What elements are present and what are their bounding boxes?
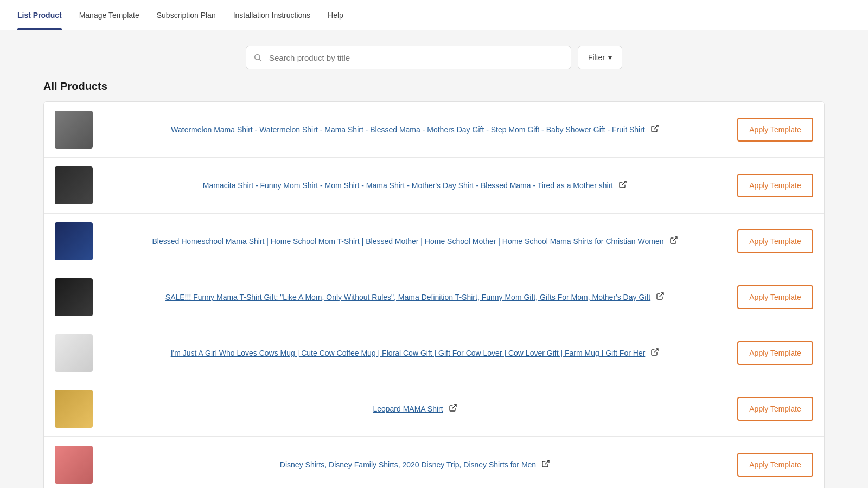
search-input[interactable] xyxy=(246,46,571,69)
product-title-area: I'm Just A Girl Who Loves Cows Mug | Cut… xyxy=(101,348,729,359)
product-title[interactable]: Disney Shirts, Disney Family Shirts, 202… xyxy=(280,459,536,471)
product-title[interactable]: Watermelon Mama Shirt - Watermelon Shirt… xyxy=(171,124,644,136)
product-title[interactable]: Blessed Homeschool Mama Shirt | Home Sch… xyxy=(152,236,663,247)
table-row: Leopard MAMA Shirt Apply Template xyxy=(44,381,824,437)
search-wrapper xyxy=(246,46,571,69)
search-section: Filter ▾ xyxy=(0,30,868,80)
product-thumbnail xyxy=(55,446,93,484)
product-list: Watermelon Mama Shirt - Watermelon Shirt… xyxy=(43,101,825,488)
table-row: I'm Just A Girl Who Loves Cows Mug | Cut… xyxy=(44,325,824,381)
product-title-area: Mamacita Shirt - Funny Mom Shirt - Mom S… xyxy=(101,180,729,191)
apply-template-button[interactable]: Apply Template xyxy=(737,397,813,421)
table-row: Blessed Homeschool Mama Shirt | Home Sch… xyxy=(44,214,824,269)
nav-help[interactable]: Help xyxy=(328,1,343,29)
main-content: All Products Watermelon Mama Shirt - Wat… xyxy=(0,80,868,488)
search-icon xyxy=(253,53,262,62)
product-title[interactable]: I'm Just A Girl Who Loves Cows Mug | Cut… xyxy=(171,348,646,359)
product-title-area: Disney Shirts, Disney Family Shirts, 202… xyxy=(101,459,729,471)
svg-point-0 xyxy=(255,55,260,60)
nav-manage-template[interactable]: Manage Template xyxy=(79,1,139,29)
nav-list-product[interactable]: List Product xyxy=(17,1,62,29)
product-title-area: Blessed Homeschool Mama Shirt | Home Sch… xyxy=(101,236,729,247)
navigation: List Product Manage Template Subscriptio… xyxy=(0,0,868,30)
external-link-icon[interactable] xyxy=(449,403,457,414)
svg-line-1 xyxy=(259,59,261,61)
apply-template-button[interactable]: Apply Template xyxy=(737,453,813,477)
apply-template-button[interactable]: Apply Template xyxy=(737,285,813,309)
product-title[interactable]: Leopard MAMA Shirt xyxy=(373,403,443,415)
external-link-icon[interactable] xyxy=(656,292,665,303)
product-title[interactable]: SALE!!! Funny Mama T-Shirt Gift: "Like A… xyxy=(165,292,650,303)
product-thumbnail xyxy=(55,166,93,204)
table-row: Mamacita Shirt - Funny Mom Shirt - Mom S… xyxy=(44,158,824,214)
product-title-area: Leopard MAMA Shirt xyxy=(101,403,729,415)
svg-line-5 xyxy=(660,293,663,297)
product-thumbnail xyxy=(55,111,93,149)
external-link-icon[interactable] xyxy=(650,348,659,358)
apply-template-button[interactable]: Apply Template xyxy=(737,229,813,253)
apply-template-button[interactable]: Apply Template xyxy=(737,174,813,197)
product-title[interactable]: Mamacita Shirt - Funny Mom Shirt - Mom S… xyxy=(203,180,614,191)
table-row: Watermelon Mama Shirt - Watermelon Shirt… xyxy=(44,102,824,158)
nav-installation-instructions[interactable]: Installation Instructions xyxy=(233,1,310,29)
product-title-area: Watermelon Mama Shirt - Watermelon Shirt… xyxy=(101,124,729,136)
external-link-icon[interactable] xyxy=(669,236,678,247)
filter-label: Filter xyxy=(588,53,605,62)
external-link-icon[interactable] xyxy=(618,180,627,191)
table-row: Disney Shirts, Disney Family Shirts, 202… xyxy=(44,437,824,488)
product-thumbnail xyxy=(55,222,93,260)
svg-line-6 xyxy=(654,349,658,352)
external-link-icon[interactable] xyxy=(541,459,550,470)
product-title-area: SALE!!! Funny Mama T-Shirt Gift: "Like A… xyxy=(101,292,729,303)
svg-line-8 xyxy=(545,460,549,464)
svg-line-3 xyxy=(622,181,626,185)
chevron-down-icon: ▾ xyxy=(608,53,612,62)
apply-template-button[interactable]: Apply Template xyxy=(737,118,813,142)
svg-line-2 xyxy=(654,125,658,129)
product-thumbnail xyxy=(55,334,93,372)
external-link-icon[interactable] xyxy=(650,124,659,135)
svg-line-7 xyxy=(452,404,456,408)
product-thumbnail xyxy=(55,278,93,316)
svg-line-4 xyxy=(673,237,676,241)
section-title: All Products xyxy=(43,80,825,93)
apply-template-button[interactable]: Apply Template xyxy=(737,341,813,365)
nav-subscription-plan[interactable]: Subscription Plan xyxy=(157,1,216,29)
table-row: SALE!!! Funny Mama T-Shirt Gift: "Like A… xyxy=(44,269,824,325)
filter-button[interactable]: Filter ▾ xyxy=(578,46,622,69)
product-thumbnail xyxy=(55,390,93,428)
